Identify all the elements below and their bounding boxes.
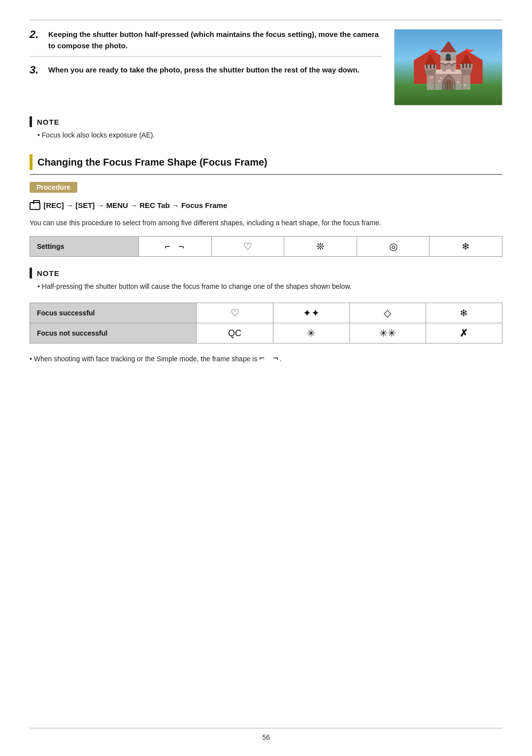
procedure-badge: Procedure — [30, 182, 77, 193]
step3-text: When you are ready to take the photo, pr… — [48, 65, 382, 76]
focus-s-sym-3: ◇ — [349, 303, 426, 323]
note1-section: NOTE • Focus lock also locks exposure (A… — [30, 116, 502, 140]
note2-bullet: • Half-pressing the shutter button will … — [37, 281, 502, 292]
settings-symbol-3: ❊ — [284, 237, 357, 257]
settings-label: Settings — [30, 237, 139, 257]
focus-n-sym-2: ✳ — [273, 323, 349, 344]
focus-n-sym-1: QC — [197, 323, 273, 344]
note2-title-line: NOTE — [37, 269, 66, 277]
section-title: Changing the Focus Frame Shape (Focus Fr… — [37, 157, 267, 168]
focus-n-sym-3: ✳✳ — [349, 323, 426, 344]
step2-text: Keeping the shutter button half-pressed … — [48, 29, 382, 51]
settings-symbol-2: ♡ — [211, 237, 284, 257]
step2-number: 2. — [30, 28, 48, 41]
section-heading: Changing the Focus Frame Shape (Focus Fr… — [30, 154, 502, 175]
page-number: 56 — [262, 733, 270, 741]
camera-photo — [394, 29, 502, 105]
step3-number: 3. — [30, 64, 48, 76]
note1-title-line: NOTE — [37, 118, 66, 126]
settings-symbol-5: ❄ — [430, 237, 502, 257]
camera-icon — [30, 202, 40, 210]
focus-s-sym-4: ❄ — [426, 303, 502, 323]
note1-header: NOTE — [30, 116, 502, 127]
settings-symbol-4: ◎ — [357, 237, 430, 257]
bottom-note: • When shooting with face tracking or th… — [30, 351, 502, 366]
focus-s-sym-1: ♡ — [197, 303, 273, 323]
cathedral-image — [394, 29, 502, 105]
note2-bar — [30, 268, 32, 278]
bottom-divider — [30, 728, 502, 728]
note2-header: NOTE — [30, 268, 502, 278]
note1-bullet: • Focus lock also locks exposure (AE). — [37, 130, 502, 140]
settings-table: Settings ⌐ ¬ ♡ ❊ ◎ ❄ — [30, 236, 502, 257]
menu-path-text: [REC] → [SET] → MENU → REC Tab → Focus F… — [43, 201, 227, 209]
focus-not-successful-row: Focus not successful QC ✳ ✳✳ ✗ — [30, 323, 502, 344]
focus-s-sym-2: ✦✦ — [273, 303, 349, 323]
focus-successful-label: Focus successful — [30, 303, 197, 323]
note2-section: NOTE • Half-pressing the shutter button … — [30, 268, 502, 292]
settings-row: Settings ⌐ ¬ ♡ ❊ ◎ ❄ — [30, 237, 502, 257]
section-bar — [30, 154, 33, 170]
step2-block: 2. Keeping the shutter button half-press… — [30, 20, 502, 105]
focus-table: Focus successful ♡ ✦✦ ◇ ❄ Focus not succ… — [30, 303, 502, 344]
note1-title: NOTE — [37, 118, 60, 126]
settings-symbol-1: ⌐ ¬ — [139, 237, 212, 257]
note1-bar — [30, 116, 32, 127]
menu-path: [REC] → [SET] → MENU → REC Tab → Focus F… — [30, 200, 502, 211]
focus-successful-row: Focus successful ♡ ✦✦ ◇ ❄ — [30, 303, 502, 323]
description-text: You can use this procedure to select fro… — [30, 217, 502, 228]
focus-not-successful-label: Focus not successful — [30, 323, 197, 344]
note2-title: NOTE — [37, 269, 60, 277]
focus-n-sym-4: ✗ — [426, 323, 502, 344]
